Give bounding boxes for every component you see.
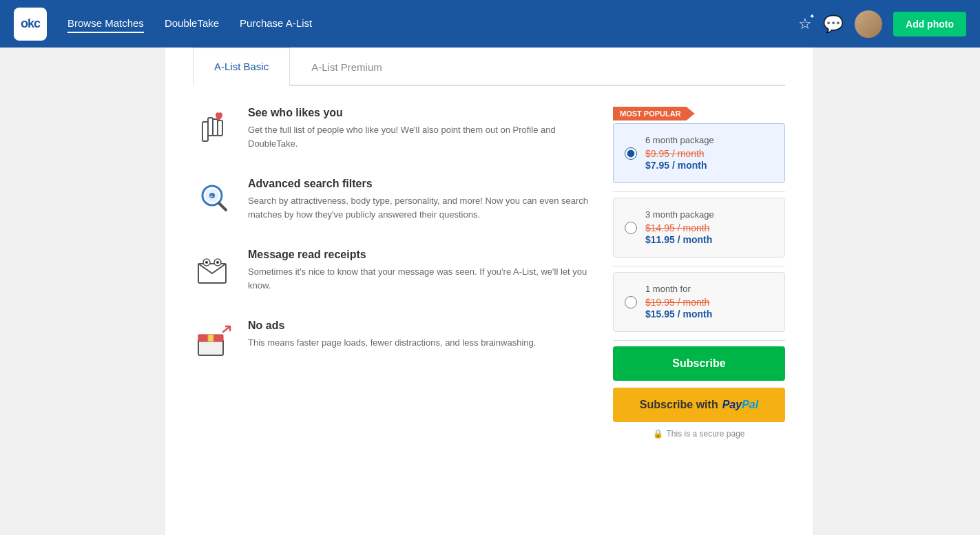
- paypal-logo: PayPal: [722, 399, 758, 411]
- feature-read-receipts-text: Message read receipts Sometimes it's nic…: [248, 249, 592, 292]
- divider-1: [613, 191, 785, 192]
- subscribe-button[interactable]: Subscribe: [613, 346, 785, 381]
- add-photo-button[interactable]: Add photo: [893, 12, 966, 36]
- secure-text: 🔒 This is a secure page: [613, 429, 785, 439]
- feature-read-receipts-desc: Sometimes it's nice to know that your me…: [248, 265, 592, 292]
- features-column: See who likes you Get the full list of p…: [193, 107, 592, 388]
- navbar: okc Browse Matches DoubleTake Purchase A…: [0, 0, 980, 48]
- divider-3: [613, 340, 785, 341]
- chat-icon: 💬: [823, 14, 844, 34]
- pricing-card-1month[interactable]: 1 month for $19.95 / month $15.95 / mont…: [613, 272, 785, 332]
- svg-rect-0: [202, 122, 208, 141]
- feature-advanced-search-desc: Search by attractiveness, body type, per…: [248, 194, 592, 221]
- svg-rect-3: [218, 120, 222, 136]
- pricing-original-6month: $9.95 / month: [645, 148, 773, 159]
- envelope-eyes-icon: [193, 249, 234, 290]
- pricing-original-1month: $19.95 / month: [645, 297, 773, 308]
- logo-text: okc: [21, 17, 40, 31]
- logo[interactable]: okc: [14, 8, 47, 41]
- svg-text:+: +: [210, 193, 213, 200]
- most-popular-badge: MOST POPULAR: [613, 107, 695, 120]
- pricing-current-1month: $15.95 / month: [645, 308, 712, 319]
- hand-heart-icon: [193, 107, 234, 148]
- feature-read-receipts-title: Message read receipts: [248, 249, 592, 261]
- pricing-label-3month: 3 month package: [645, 209, 773, 220]
- pricing-radio-1month[interactable]: [625, 296, 637, 308]
- messages-button[interactable]: 💬: [823, 14, 844, 34]
- content-wrapper: A-List Basic A-List Premium: [165, 48, 813, 535]
- feature-no-ads-title: No ads: [248, 319, 536, 332]
- pricing-info-6month: 6 month package $9.95 / month $7.95 / mo…: [645, 135, 773, 171]
- pricing-info-3month: 3 month package $14.95 / month $11.95 / …: [645, 209, 773, 246]
- feature-advanced-search: + Advanced search filters Search by attr…: [193, 178, 592, 221]
- box-arrow-icon: [193, 319, 234, 361]
- pricing-label-6month: 6 month package: [645, 135, 773, 145]
- feature-who-likes-you: See who likes you Get the full list of p…: [193, 107, 592, 150]
- avatar[interactable]: [855, 10, 882, 38]
- pricing-column: MOST POPULAR 6 month package $9.95 / mon…: [613, 107, 785, 439]
- feature-read-receipts: Message read receipts Sometimes it's nic…: [193, 249, 592, 292]
- favorites-icon-container[interactable]: ✦ ☆: [798, 15, 812, 33]
- nav-browse-matches[interactable]: Browse Matches: [67, 14, 144, 33]
- svg-point-13: [216, 261, 219, 264]
- tabs: A-List Basic A-List Premium: [193, 48, 785, 86]
- pricing-card-3month[interactable]: 3 month package $14.95 / month $11.95 / …: [613, 198, 785, 258]
- svg-rect-1: [208, 118, 213, 136]
- main-content: A-List Basic A-List Premium: [0, 48, 980, 535]
- sparkle-icon: ✦: [809, 12, 815, 20]
- nav-links: Browse Matches DoubleTake Purchase A-Lis…: [67, 14, 798, 33]
- pricing-radio-3month[interactable]: [625, 222, 637, 234]
- svg-rect-17: [208, 335, 213, 342]
- content-layout: See who likes you Get the full list of p…: [193, 107, 785, 439]
- svg-rect-14: [198, 340, 223, 355]
- pricing-current-6month: $7.95 / month: [645, 160, 707, 171]
- magnifier-icon: +: [193, 178, 234, 219]
- feature-who-likes-you-desc: Get the full list of people who like you…: [248, 123, 592, 150]
- svg-point-12: [205, 261, 208, 264]
- divider-2: [613, 266, 785, 266]
- tab-alist-premium[interactable]: A-List Premium: [290, 48, 404, 86]
- secure-label: This is a secure page: [666, 429, 744, 439]
- svg-line-8: [219, 203, 226, 210]
- subscribe-paypal-prefix: Subscribe with: [640, 399, 718, 411]
- pricing-label-1month: 1 month for: [645, 284, 773, 294]
- feature-no-ads: No ads This means faster page loads, few…: [193, 319, 592, 361]
- subscribe-paypal-button[interactable]: Subscribe with PayPal: [613, 388, 785, 422]
- feature-who-likes-you-text: See who likes you Get the full list of p…: [248, 107, 592, 150]
- pricing-radio-6month[interactable]: [625, 147, 637, 160]
- pricing-card-6month[interactable]: 6 month package $9.95 / month $7.95 / mo…: [613, 123, 785, 183]
- pricing-info-1month: 1 month for $19.95 / month $15.95 / mont…: [645, 284, 773, 320]
- navbar-right: ✦ ☆ 💬 Add photo: [798, 10, 966, 38]
- pricing-current-3month: $11.95 / month: [645, 234, 712, 245]
- nav-purchase-alist[interactable]: Purchase A-List: [240, 14, 312, 33]
- feature-no-ads-text: No ads This means faster page loads, few…: [248, 319, 536, 350]
- feature-who-likes-you-title: See who likes you: [248, 107, 592, 119]
- svg-rect-2: [213, 119, 218, 136]
- lock-icon: 🔒: [653, 429, 663, 439]
- nav-doubletake[interactable]: DoubleTake: [165, 14, 219, 33]
- feature-advanced-search-text: Advanced search filters Search by attrac…: [248, 178, 592, 221]
- most-popular-row: MOST POPULAR: [613, 107, 785, 120]
- tab-alist-basic[interactable]: A-List Basic: [193, 48, 290, 86]
- pricing-original-3month: $14.95 / month: [645, 222, 773, 233]
- feature-advanced-search-title: Advanced search filters: [248, 178, 592, 190]
- feature-no-ads-desc: This means faster page loads, fewer dist…: [248, 336, 536, 350]
